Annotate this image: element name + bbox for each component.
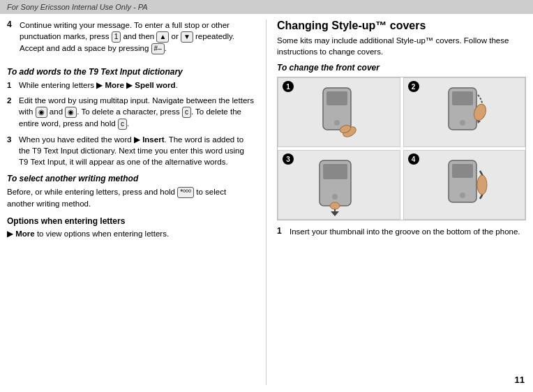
svg-point-12	[332, 194, 338, 199]
image-cell-4: 4	[403, 150, 526, 220]
phone-illus-1	[309, 84, 368, 140]
image-cell-1: 1	[278, 77, 400, 147]
svg-rect-17	[452, 164, 473, 178]
page-number: 11	[515, 375, 525, 385]
key-down: ▼	[181, 31, 193, 43]
phone-illus-2	[435, 84, 494, 140]
right-title: Changing Style-up™ covers	[277, 20, 526, 32]
image-grid: 1 2	[277, 77, 526, 220]
list-item: 2 Edit the word by using multitap input.…	[7, 95, 255, 130]
image-cell-3: 3	[278, 150, 400, 220]
svg-rect-11	[323, 164, 347, 179]
step1-number: 1	[277, 226, 285, 237]
svg-point-19	[477, 175, 487, 195]
key-1: 1	[112, 31, 121, 43]
section3-text: ▶ More to view options when entering let…	[7, 228, 255, 239]
key-hash: #–	[151, 43, 165, 54]
section2-block: To select another writing method Before,…	[7, 174, 255, 209]
right-subtitle: Some kits may include additional Style-u…	[277, 35, 526, 57]
key-c2: c	[118, 119, 127, 130]
section3-heading: Options when entering letters	[7, 216, 255, 226]
step1-text: Insert your thumbnail into the groove on…	[290, 226, 520, 237]
step1-block: 1 Insert your thumbnail into the groove …	[277, 226, 526, 237]
header-text: For Sony Ericsson Internal Use Only - PA	[7, 3, 148, 11]
list-item: 1 While entering letters ▶ More ▶ Spell …	[7, 80, 255, 91]
svg-point-15	[330, 202, 340, 209]
phone-illus-4	[435, 157, 494, 213]
step4-block: 4 Continue writing your message. To ente…	[7, 20, 255, 61]
svg-marker-14	[331, 211, 339, 216]
list-item: 3 When you have edited the word ▶ Insert…	[7, 134, 255, 167]
section2-text: Before, or while entering letters, press…	[7, 186, 255, 209]
section3-block: Options when entering letters ▶ More to …	[7, 216, 255, 239]
key-nav-right: ◉	[65, 107, 77, 118]
section2-heading: To select another writing method	[7, 174, 255, 183]
key-up: ▲	[156, 31, 169, 43]
svg-point-18	[460, 193, 465, 198]
image-cell-2: 2	[403, 77, 526, 147]
svg-rect-6	[452, 91, 473, 105]
left-column: 4 Continue writing your message. To ente…	[7, 20, 266, 385]
step4-number: 4	[7, 20, 15, 61]
key-star: *⁰⁰⁰	[177, 187, 194, 198]
svg-point-2	[334, 120, 340, 126]
svg-point-7	[460, 120, 465, 126]
right-section-heading: To change the front cover	[277, 63, 526, 73]
step4-text: Continue writing your message. To enter …	[20, 20, 255, 54]
header: For Sony Ericsson Internal Use Only - PA	[0, 0, 533, 14]
key-nav-left: ◉	[36, 107, 47, 118]
right-column: Changing Style-up™ covers Some kits may …	[266, 20, 526, 385]
key-c: c	[182, 107, 191, 118]
svg-rect-1	[326, 91, 347, 105]
phone-illus-3	[309, 153, 368, 216]
steps-list: 1 While entering letters ▶ More ▶ Spell …	[7, 80, 255, 167]
section1-heading: To add words to the T9 Text Input dictio…	[7, 67, 255, 77]
